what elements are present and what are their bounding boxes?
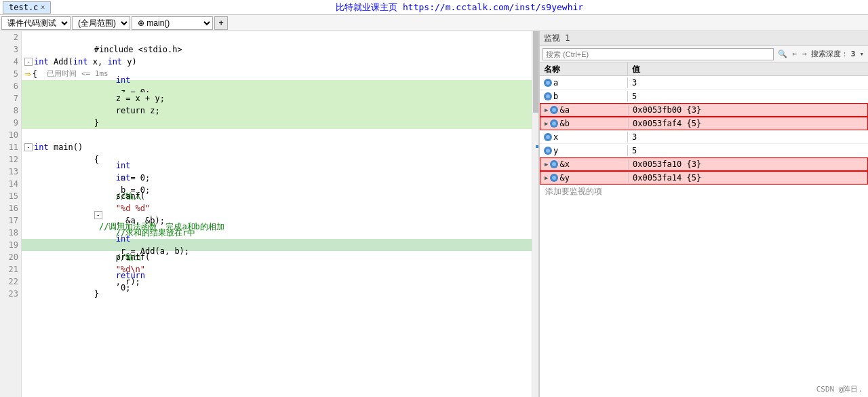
scrollbar-thumb[interactable] (533, 31, 538, 113)
collapse-btn-11[interactable]: - (24, 143, 33, 151)
watch-value-addr-y: 0x0053fa14 {5} (629, 172, 867, 183)
watch-name-addr-x: ▶ &x (540, 159, 629, 170)
vertical-scrollbar[interactable] (532, 31, 538, 397)
expand-arrow-addr-y[interactable]: ▶ (545, 174, 548, 181)
add-btn[interactable]: + (214, 16, 228, 30)
line-num: 9 (0, 117, 21, 129)
line-numbers: 2 3 4 5 6 7 8 9 10 11 12 13 14 15 16 17 … (0, 31, 22, 397)
line-num: 20 (0, 251, 21, 263)
line-num: 19 (0, 239, 21, 251)
line-num: 15 (0, 190, 21, 202)
watch-value-x: 3 (628, 132, 868, 143)
col-header-name: 名称 (540, 62, 628, 75)
watch-icon-addr-a (550, 106, 558, 114)
expand-arrow-addr-a[interactable]: ▶ (545, 107, 548, 113)
tab-label: test.c (9, 3, 38, 12)
watch-value-addr-b: 0x0053faf4 {5} (629, 118, 867, 129)
file-tab[interactable]: test.c × (3, 1, 51, 14)
line-num: 7 (0, 92, 21, 105)
top-bar: test.c × 比特就业课主页 https://m.cctalk.com/in… (0, 0, 868, 15)
watch-value-a: 3 (628, 77, 868, 88)
tab-close-btn[interactable]: × (41, 3, 45, 11)
code-line-23: } (22, 288, 532, 300)
expand-arrow-addr-x[interactable]: ▶ (545, 161, 548, 168)
expand-arrow-addr-b[interactable]: ▶ (545, 120, 548, 127)
range-select[interactable]: (全局范围) (72, 16, 130, 30)
code-line-9: } (22, 117, 532, 129)
code-line-3: #include <stdio.h> (22, 43, 532, 56)
watch-icon-x (544, 133, 552, 141)
line-num: 16 (0, 202, 21, 214)
line-num: 22 (0, 276, 21, 288)
depth-value: 3 (851, 50, 856, 58)
forward-btn[interactable]: → (801, 50, 808, 58)
line-num: 8 (0, 105, 21, 117)
watch-column-headers: 名称 值 (540, 62, 868, 76)
watch-icon-addr-b (550, 119, 558, 128)
watch-table: a 3 b 5 ▶ &a 0x0053fb00 {3} (540, 76, 868, 397)
collapse-btn-4[interactable]: - (24, 58, 33, 66)
scroll-indicator (536, 145, 538, 148)
watch-icon-addr-x (550, 160, 558, 168)
watch-row-b[interactable]: b 5 (540, 90, 868, 103)
watch-row-addr-x[interactable]: ▶ &x 0x0053fa10 {3} (540, 157, 868, 171)
line-num: 10 (0, 129, 21, 141)
watch-name-y: y (540, 145, 628, 156)
line-num: 14 (0, 178, 21, 190)
watch-search-input[interactable] (542, 48, 774, 60)
watch-name-addr-y: ▶ &y (540, 172, 629, 183)
watch-value-y: 5 (628, 145, 868, 156)
watch-icon-addr-y (550, 174, 558, 182)
credit-text: CSDN @阵日. (816, 385, 863, 394)
watch-row-x[interactable]: x 3 (540, 130, 868, 144)
line-num: 18 (0, 227, 21, 239)
line-num: 17 (0, 214, 21, 227)
line-num: 13 (0, 166, 21, 178)
watch-panel: 监视 1 🔍 ← → 搜索深度： 3 ▾ 名称 值 a 3 (539, 31, 868, 397)
line-num: 3 (0, 43, 21, 56)
editor-toolbar: 课件代码测试 (全局范围) ⊕ main() + (0, 15, 868, 31)
func-select[interactable]: ⊕ main() (132, 16, 213, 30)
scope-select[interactable]: 课件代码测试 (1, 16, 71, 30)
line-num: 6 (0, 80, 21, 92)
watch-row-a[interactable]: a 3 (540, 76, 868, 90)
watch-value-addr-x: 0x0053fa10 {3} (629, 159, 867, 170)
watch-icon-b (544, 92, 552, 100)
watch-value-addr-a: 0x0053fb00 {3} (629, 105, 867, 115)
line-num: 2 (0, 31, 21, 43)
add-watch-item[interactable]: 添加要监视的项 (540, 185, 868, 199)
watch-name-addr-b: ▶ &b (540, 118, 629, 129)
watch-row-y[interactable]: y 5 (540, 144, 868, 157)
watch-header: 监视 1 (540, 31, 868, 46)
watch-icon-y (544, 147, 552, 155)
line-num: 23 (0, 288, 21, 300)
depth-dropdown-btn[interactable]: ▾ (858, 50, 865, 58)
line-num: 11 (0, 141, 21, 153)
code-content: 2 3 4 5 6 7 8 9 10 11 12 13 14 15 16 17 … (0, 31, 538, 397)
back-btn[interactable]: ← (791, 50, 799, 58)
watch-row-addr-b[interactable]: ▶ &b 0x0053faf4 {5} (540, 117, 868, 130)
code-editor: 2 3 4 5 6 7 8 9 10 11 12 13 14 15 16 17 … (0, 31, 539, 397)
banner-link[interactable]: 比特就业课主页 https://m.cctalk.com/inst/s9yewh… (54, 1, 865, 14)
footer-credit: CSDN @阵日. (816, 384, 863, 394)
line-num: 5 (0, 68, 21, 80)
code-lines[interactable]: #include <stdio.h> - int Add( int x, int… (22, 31, 532, 397)
watch-toolbar: 🔍 ← → 搜索深度： 3 ▾ (540, 46, 868, 62)
watch-row-addr-y[interactable]: ▶ &y 0x0053fa14 {5} (540, 171, 868, 185)
watch-row-addr-a[interactable]: ▶ &a 0x0053fb00 {3} (540, 103, 868, 117)
watch-name-addr-a: ▶ &a (540, 105, 629, 115)
watch-name-a: a (540, 77, 628, 88)
line-num: 4 (0, 56, 21, 68)
depth-label: 搜索深度： (811, 49, 848, 59)
watch-value-b: 5 (628, 91, 868, 102)
watch-name-b: b (540, 91, 628, 102)
col-header-value: 值 (628, 62, 868, 75)
code-line-10 (22, 129, 532, 141)
main-area: 2 3 4 5 6 7 8 9 10 11 12 13 14 15 16 17 … (0, 31, 868, 397)
watch-name-x: x (540, 132, 628, 143)
search-btn[interactable]: 🔍 (776, 50, 789, 58)
watch-icon-a (544, 79, 552, 87)
current-arrow: ⇒ (24, 68, 31, 80)
line-num: 21 (0, 263, 21, 276)
line-num: 12 (0, 153, 21, 166)
